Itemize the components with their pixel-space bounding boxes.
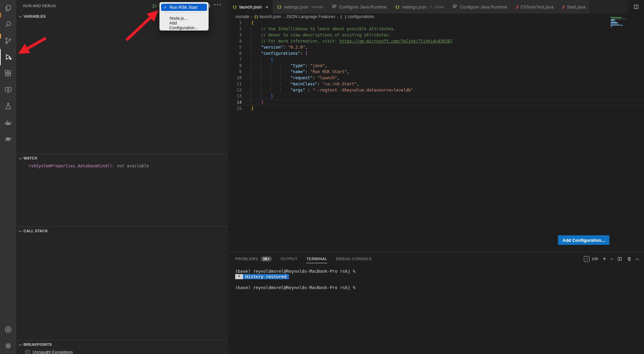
terminal-output[interactable]: (base) reynoldmorel@Reynolds-MacBook-Pro… xyxy=(235,269,641,290)
chevron-down-icon xyxy=(19,14,22,18)
code-line: 4 // For more information, visit: https:… xyxy=(228,38,644,44)
menu-item-add-configuration-[interactable]: Add Configuration... xyxy=(161,22,207,29)
docker-icon[interactable] xyxy=(0,114,16,131)
search-icon[interactable] xyxy=(0,16,16,33)
code-token: // For more information, visit: xyxy=(261,39,340,44)
tab-clitoolstest.java[interactable]: JCliToolsTest.java xyxy=(512,0,558,14)
start-debugging-button[interactable]: ▷ xyxy=(153,2,157,9)
tab-configure java runtime[interactable]: Configure Java Runtime xyxy=(328,0,391,14)
tab-start.java[interactable]: JStart.java xyxy=(558,0,590,14)
breadcrumb-item[interactable]: .vscode xyxy=(234,14,249,19)
panel-controls: zsh + xyxy=(584,252,639,266)
launch-profile-icon[interactable] xyxy=(584,256,590,262)
tab-bar: {}launch.json×{}settings.json.vscodeConf… xyxy=(228,0,644,14)
line-text: ] xyxy=(251,99,263,105)
java-file-icon: J xyxy=(562,4,564,10)
call-stack-section: CALL STACK xyxy=(16,226,228,235)
chevron-down-icon xyxy=(19,342,22,346)
extensions-icon[interactable] xyxy=(0,65,16,82)
chevron-down-icon xyxy=(19,156,22,159)
run-and-debug-icon[interactable] xyxy=(0,49,16,65)
source-control-icon[interactable] xyxy=(0,33,16,49)
line-number: 8 xyxy=(228,63,244,69)
more-actions-button[interactable]: ··· xyxy=(214,1,222,8)
indent-guide xyxy=(261,82,271,86)
indent-guide xyxy=(251,45,261,50)
panel-tab-label: OUTPUT xyxy=(281,257,298,261)
split-terminal-icon[interactable] xyxy=(617,256,622,262)
line-number: 10 xyxy=(228,75,244,81)
breadcrumb-label: .vscode xyxy=(234,14,249,19)
json-file-icon: {} xyxy=(277,5,281,9)
code-editor[interactable]: 1{2 // Use IntelliSense to learn about p… xyxy=(228,20,644,112)
watch-expression-row[interactable]: rskSystemProperties.databaseKind(): not … xyxy=(16,162,228,168)
settings-gear-icon[interactable] xyxy=(0,338,16,354)
breadcrumb-item[interactable]: [ ] configurations xyxy=(340,14,374,19)
tab-label: Configure Java Runtime xyxy=(460,4,507,10)
terminal-dropdown-icon[interactable] xyxy=(610,257,613,259)
remote-explorer-icon[interactable] xyxy=(0,82,16,98)
code-line: 8 "type": "java", xyxy=(228,63,644,69)
uncaught-exceptions-checkbox[interactable] xyxy=(25,350,30,354)
kill-terminal-trash-icon[interactable] xyxy=(627,256,632,262)
code-token: "launch" xyxy=(317,75,337,80)
indent-guide xyxy=(261,88,271,92)
code-token: "name" xyxy=(291,69,305,74)
watch-section-header[interactable]: WATCH xyxy=(16,154,228,162)
background-window-artifact xyxy=(0,13,1,17)
menu-item-label: Run RSK Start xyxy=(170,5,197,10)
indent-guide xyxy=(251,33,261,37)
code-token: : xyxy=(313,75,317,80)
tab-description: .vscode xyxy=(310,5,323,9)
add-configuration-button[interactable]: Add Configuration... xyxy=(558,235,609,245)
indent-guide xyxy=(251,75,261,80)
call-stack-section-header[interactable]: CALL STACK xyxy=(16,227,228,235)
panel-tab-output[interactable]: OUTPUT xyxy=(281,252,298,266)
java-runtime-cup-icon xyxy=(332,4,337,10)
code-token: : xyxy=(283,45,288,50)
code-token: "request" xyxy=(291,75,313,80)
minimap[interactable] xyxy=(611,16,627,28)
menu-item-run-rsk-start[interactable]: ✓Run RSK Start xyxy=(161,4,207,11)
breadcrumb-label: JSON Language Features xyxy=(286,14,335,19)
code-token: // Use IntelliSense to learn about possi… xyxy=(261,27,396,31)
line-text: "version": "0.2.0", xyxy=(251,44,308,50)
panel-tab-terminal[interactable]: TERMINAL xyxy=(306,252,327,266)
split-editor-icon[interactable] xyxy=(628,0,644,14)
extension-misc-icon[interactable] xyxy=(0,131,16,147)
close-icon[interactable]: × xyxy=(265,4,268,10)
breadcrumb-label: launch.json xyxy=(260,14,281,19)
line-text: } xyxy=(251,93,273,99)
breadcrumb-label: configurations xyxy=(348,14,374,19)
new-terminal-icon[interactable]: + xyxy=(603,256,606,262)
code-line: 13 } xyxy=(228,93,644,99)
code-line: 11 "mainClass": "co.rsk.Start", xyxy=(228,81,644,87)
line-number: 14 xyxy=(228,99,244,105)
breadcrumb-separator: › xyxy=(251,14,252,19)
panel-tab-debug-console[interactable]: DEBUG CONSOLE xyxy=(336,252,372,266)
indent-guide xyxy=(251,100,261,105)
code-line: 5 "version": "0.2.0", xyxy=(228,44,644,50)
breadcrumb-item[interactable]: JSON Language Features xyxy=(286,14,335,19)
code-line: 3 // Hover to view descriptions of exist… xyxy=(228,32,644,38)
tab-settings.json[interactable]: {}settings.json.vscode xyxy=(273,0,328,14)
terminal-text: (base) reynoldmorel@Reynolds-MacBook-Pro… xyxy=(235,269,355,274)
indent-guide xyxy=(280,69,291,74)
tab-settings.json[interactable]: {}settings.json~/.../User xyxy=(391,0,448,14)
breakpoints-section-header[interactable]: BREAKPOINTS xyxy=(16,340,228,349)
line-number: 3 xyxy=(228,32,244,38)
breadcrumb-item[interactable]: {} launch.json xyxy=(254,14,281,19)
indent-guide xyxy=(261,63,271,68)
panel-tab-problems[interactable]: PROBLEMS1K+ xyxy=(235,252,272,266)
explorer-icon[interactable] xyxy=(0,0,16,16)
indent-guide xyxy=(261,57,271,62)
indent-guide xyxy=(251,88,261,92)
account-icon[interactable] xyxy=(0,321,16,338)
testing-icon[interactable] xyxy=(0,98,16,114)
terminal-line: (base) reynoldmorel@Reynolds-MacBook-Pro… xyxy=(235,269,641,274)
tab-configure java runtime[interactable]: Configure Java Runtime xyxy=(448,0,511,14)
indent-guide xyxy=(251,69,261,74)
maximize-panel-icon[interactable] xyxy=(636,258,639,262)
tab-launch.json[interactable]: {}launch.json× xyxy=(228,0,273,14)
terminal-line: (base) reynoldmorel@Reynolds-MacBook-Pro… xyxy=(235,285,641,290)
